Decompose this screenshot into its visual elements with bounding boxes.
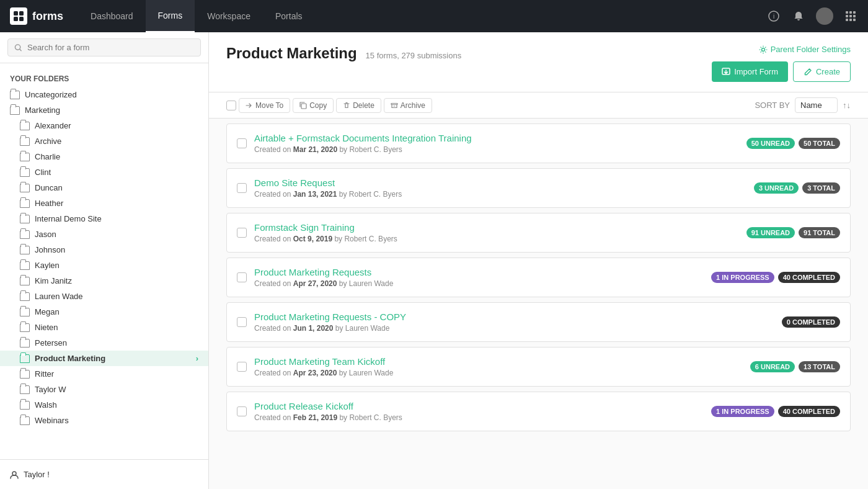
folder-icon — [20, 416, 30, 425]
folder-icon — [20, 184, 30, 192]
folder-label: Product Marketing — [35, 354, 105, 363]
parent-folder-settings-link[interactable]: Parent Folder Settings — [759, 45, 851, 54]
folder-icon — [10, 91, 20, 99]
form-checkbox[interactable] — [237, 362, 247, 372]
trash-icon — [343, 102, 350, 109]
folder-icon — [10, 106, 20, 115]
sort-direction-icon: ↑↓ — [843, 101, 851, 110]
sidebar-item-walsh[interactable]: Walsh — [0, 397, 208, 413]
sidebar-item-product-marketing[interactable]: Product Marketing › — [0, 351, 208, 366]
page-subtitle: 15 forms, 279 submissions — [366, 51, 462, 60]
import-btn-label: Import Form — [734, 67, 778, 76]
form-checkbox[interactable] — [237, 272, 247, 282]
folder-label: Kaylen — [35, 261, 60, 270]
logo[interactable]: forms — [10, 7, 63, 25]
folder-icon — [20, 292, 30, 301]
forms-toolbar: Move To Copy Delete — [209, 92, 868, 119]
sidebar-item-uncategorized[interactable]: Uncategorized — [0, 87, 208, 102]
svg-point-8 — [761, 48, 764, 51]
form-badges: 91 UNREAD 91 TOTAL — [746, 227, 840, 238]
badge-unread: 6 UNREAD — [750, 361, 795, 372]
sidebar-item-marketing[interactable]: Marketing — [0, 102, 208, 118]
sidebar-item-archive[interactable]: Archive — [0, 133, 208, 149]
form-name-link[interactable]: Product Release Kickoff — [254, 401, 704, 411]
badge-unread: 3 UNREAD — [754, 182, 799, 194]
folder-label: Uncategorized — [25, 90, 77, 99]
form-name-link[interactable]: Product Marketing Requests - COPY — [254, 312, 774, 322]
create-button[interactable]: Create — [793, 61, 851, 82]
import-form-button[interactable]: Import Form — [712, 61, 788, 82]
search-icon — [14, 43, 22, 52]
copy-icon — [299, 102, 307, 109]
user-avatar[interactable] — [816, 7, 833, 25]
form-badges: 1 IN PROGRESS 40 COMPLETED — [711, 406, 840, 417]
form-info: Product Marketing Requests - COPY Create… — [254, 312, 774, 333]
nav-dashboard[interactable]: Dashboard — [78, 0, 146, 32]
sidebar-item-ritter[interactable]: Ritter — [0, 366, 208, 382]
sidebar-item-jason[interactable]: Jason — [0, 227, 208, 242]
sidebar-item-webinars[interactable]: Webinars — [0, 413, 208, 428]
logo-text: forms — [32, 10, 63, 23]
sidebar-item-charlie[interactable]: Charlie — [0, 149, 208, 164]
sort-select[interactable]: Name — [795, 97, 838, 113]
select-all-checkbox[interactable] — [226, 101, 236, 110]
notification-icon[interactable] — [791, 9, 806, 24]
sidebar-item-duncan[interactable]: Duncan — [0, 180, 208, 195]
sidebar-content: Your Folders Uncategorized Marketing Ale… — [0, 63, 208, 459]
folder-label: Megan — [35, 307, 60, 316]
logo-icon — [10, 7, 27, 25]
copy-button[interactable]: Copy — [293, 98, 334, 113]
delete-button[interactable]: Delete — [336, 98, 381, 113]
folder-label: Johnson — [35, 245, 65, 254]
sidebar-item-lauren-wade[interactable]: Lauren Wade — [0, 289, 208, 304]
form-name-link[interactable]: Demo Site Request — [254, 177, 746, 188]
apps-grid-icon[interactable] — [843, 9, 858, 24]
form-name-link[interactable]: Product Marketing Team Kickoff — [254, 356, 743, 367]
form-checkbox[interactable] — [237, 317, 247, 327]
sidebar-item-nieten[interactable]: Nieten — [0, 320, 208, 335]
sidebar-item-clint[interactable]: Clint — [0, 164, 208, 180]
sidebar-item-kaylen[interactable]: Kaylen — [0, 258, 208, 273]
sidebar-item-heather[interactable]: Heather — [0, 195, 208, 211]
folder-label: Webinars — [35, 416, 69, 425]
search-input[interactable] — [27, 43, 194, 52]
form-checkbox[interactable] — [237, 228, 247, 238]
form-checkbox[interactable] — [237, 183, 247, 193]
layout: Your Folders Uncategorized Marketing Ale… — [0, 32, 868, 489]
form-name-link[interactable]: Formstack Sign Training — [254, 222, 739, 233]
folder-icon — [20, 401, 30, 410]
sidebar-item-taylor-w[interactable]: Taylor W — [0, 382, 208, 397]
move-to-button[interactable]: Move To — [239, 98, 290, 113]
nav-portals[interactable]: Portals — [263, 0, 315, 32]
parent-folder-label: Parent Folder Settings — [771, 45, 851, 54]
sidebar-item-internal-demo-site[interactable]: Internal Demo Site — [0, 211, 208, 227]
form-name-link[interactable]: Airtable + Formstack Documents Integrati… — [254, 133, 739, 143]
search-bar — [0, 32, 208, 63]
form-info: Demo Site Request Created on Jan 13, 202… — [254, 177, 746, 199]
user-icon — [10, 470, 19, 479]
folder-icon — [20, 215, 30, 223]
user-profile-link[interactable]: Taylor ! — [10, 466, 198, 483]
form-name-link[interactable]: Product Marketing Requests — [254, 267, 704, 277]
folder-label: Petersen — [35, 338, 67, 348]
info-icon[interactable]: i — [766, 9, 781, 24]
sidebar-item-kim-janitz[interactable]: Kim Janitz — [0, 273, 208, 289]
sidebar-item-megan[interactable]: Megan — [0, 304, 208, 320]
nav-workspace[interactable]: Workspace — [195, 0, 263, 32]
move-icon — [246, 102, 253, 109]
form-meta: Created on Jan 13, 2021 by Robert C. Bye… — [254, 190, 746, 199]
folder-icon — [20, 122, 30, 130]
nav-forms[interactable]: Forms — [146, 0, 195, 32]
sidebar-item-petersen[interactable]: Petersen — [0, 335, 208, 351]
sort-area: SORT BY Name ↑↓ — [755, 97, 851, 113]
sidebar-item-johnson[interactable]: Johnson — [0, 242, 208, 258]
archive-icon — [391, 102, 398, 109]
folder-icon — [20, 199, 30, 208]
page-title: Product Marketing — [226, 45, 357, 61]
archive-button[interactable]: Archive — [384, 98, 432, 113]
sidebar-item-alexander[interactable]: Alexander — [0, 118, 208, 133]
form-info: Product Marketing Requests Created on Ap… — [254, 267, 704, 288]
folder-label: Charlie — [35, 152, 60, 161]
form-checkbox[interactable] — [237, 406, 247, 416]
form-checkbox[interactable] — [237, 138, 247, 148]
